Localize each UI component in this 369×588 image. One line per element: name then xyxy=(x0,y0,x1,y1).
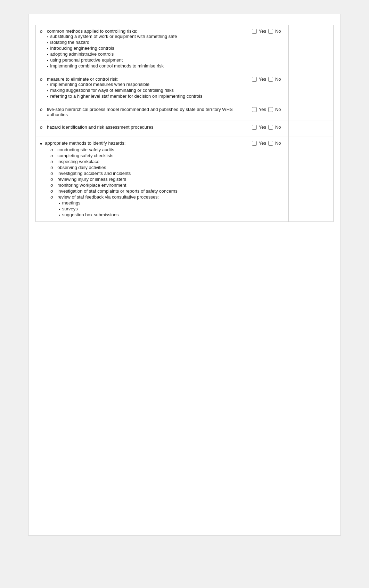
bottom-item-text-1: conducting site safety audits xyxy=(57,147,114,152)
bottom-o-6: o xyxy=(50,177,55,182)
bottom-o-9: o xyxy=(50,194,55,200)
checkbox-group-3: Yes No xyxy=(248,107,285,112)
bottom-item: o review of staf feedback via consultati… xyxy=(50,194,177,200)
list-item: using personal protective equipment xyxy=(47,57,240,63)
bottom-section: • appropriate methods to identify hazard… xyxy=(40,140,240,218)
yes-label-4: Yes xyxy=(259,124,266,130)
list-item: adopting administrative controls xyxy=(47,51,240,57)
yes-label-1: Yes xyxy=(259,29,266,34)
no-label-5: No xyxy=(275,140,281,146)
bottom-item: o reviewing injury or illness registers xyxy=(50,177,177,182)
checkbox-cell-2: Yes No xyxy=(244,73,289,103)
bottom-item-text-4: observing daily activities xyxy=(57,165,106,170)
content-cell-5: • appropriate methods to identify hazard… xyxy=(36,137,244,222)
no-checkbox-1[interactable] xyxy=(268,29,273,34)
bottom-item: o completing safety checklists xyxy=(50,153,177,158)
checkbox-group-1: Yes No xyxy=(248,29,285,34)
main-text-3: five-step hierarchical process model rec… xyxy=(47,107,233,117)
bottom-item: o monitoring workplace environment xyxy=(50,183,177,188)
checkbox-group-5: Yes No xyxy=(248,140,285,146)
bottom-o-4: o xyxy=(50,165,55,170)
no-label-3: No xyxy=(275,107,281,112)
checkbox-group-2: Yes No xyxy=(248,76,285,82)
empty-cell-2 xyxy=(289,73,334,103)
bottom-o-7: o xyxy=(50,183,55,188)
sub-item: suggestion box submissions xyxy=(59,212,177,217)
checkbox-cell-4: Yes No xyxy=(244,121,289,137)
row-content-4: o hazard identification and risk assessm… xyxy=(40,124,240,130)
yes-label-3: Yes xyxy=(259,107,266,112)
bottom-content: appropriate methods to identify hazards:… xyxy=(45,140,177,218)
bottom-item-text-5: investigating accidents and incidents xyxy=(57,171,131,176)
checkbox-group-4: Yes No xyxy=(248,124,285,130)
o-marker-3: o xyxy=(40,107,44,112)
content-cell-4: o hazard identification and risk assessm… xyxy=(36,121,244,137)
bottom-items-container: o conducting site safety audits o comple… xyxy=(45,147,177,217)
no-label-4: No xyxy=(275,124,281,130)
empty-cell-5 xyxy=(289,137,334,222)
yes-checkbox-1[interactable] xyxy=(252,29,257,34)
table-row: o common methods applied to controlling … xyxy=(36,25,334,73)
list-item: implementing combined control methods to… xyxy=(47,63,240,69)
yes-checkbox-4[interactable] xyxy=(252,125,257,130)
sub-bullet-list: meetings surveys suggestion box submissi… xyxy=(59,200,177,217)
content-cell-1: o common methods applied to controlling … xyxy=(36,25,244,73)
bullet-list-2: implementing control measures when respo… xyxy=(47,82,240,99)
no-checkbox-5[interactable] xyxy=(268,141,273,146)
page: o common methods applied to controlling … xyxy=(28,14,341,535)
no-checkbox-2[interactable] xyxy=(268,77,273,82)
row-text-1: common methods applied to controlling ri… xyxy=(47,29,240,69)
bottom-item: o investigation of staf complaints or re… xyxy=(50,188,177,194)
table-row: o measure to eliminate or control risk: … xyxy=(36,73,334,103)
table-row: • appropriate methods to identify hazard… xyxy=(36,137,334,222)
bullet-list-1: substituting a system of work or equipme… xyxy=(47,34,240,69)
empty-cell-3 xyxy=(289,103,334,121)
bottom-o-2: o xyxy=(50,153,55,158)
sub-item: meetings xyxy=(59,200,177,206)
bottom-item: o conducting site safety audits xyxy=(50,147,177,152)
row-text-4: hazard identification and risk assessmen… xyxy=(47,124,240,130)
bullet-dot: • xyxy=(40,140,42,148)
main-text-2: measure to eliminate or control risk: xyxy=(47,76,118,82)
bottom-o-3: o xyxy=(50,159,55,164)
checkbox-cell-5: Yes No xyxy=(244,137,289,222)
no-label-1: No xyxy=(275,29,281,34)
no-checkbox-3[interactable] xyxy=(268,107,273,112)
row-text-3: five-step hierarchical process model rec… xyxy=(47,107,240,117)
bottom-item-text-8: investigation of staf complaints or repo… xyxy=(57,188,177,194)
bottom-item: o investigating accidents and incidents xyxy=(50,171,177,176)
sub-item: surveys xyxy=(59,206,177,211)
o-marker-1: o xyxy=(40,29,44,34)
bottom-item-text-2: completing safety checklists xyxy=(57,153,113,158)
list-item: referring to a higher level staf member … xyxy=(47,94,240,99)
main-text-1: common methods applied to controlling ri… xyxy=(47,29,137,34)
yes-checkbox-3[interactable] xyxy=(252,107,257,112)
table-row: o hazard identification and risk assessm… xyxy=(36,121,334,137)
bottom-o-5: o xyxy=(50,171,55,176)
row-content-3: o five-step hierarchical process model r… xyxy=(40,107,240,117)
list-item: isolating the hazard xyxy=(47,40,240,45)
yes-checkbox-5[interactable] xyxy=(252,141,257,146)
yes-checkbox-2[interactable] xyxy=(252,77,257,82)
list-item: making suggestions for ways of eliminati… xyxy=(47,88,240,93)
bottom-item-text-7: monitoring workplace environment xyxy=(57,183,126,188)
bottom-item: o inspecting workplace xyxy=(50,159,177,164)
table-row: o five-step hierarchical process model r… xyxy=(36,103,334,121)
list-item: introducing engineering controls xyxy=(47,46,240,51)
bottom-o-8: o xyxy=(50,188,55,194)
bottom-item-text-9: review of staf feedback via consultative… xyxy=(57,194,159,200)
o-marker-4: o xyxy=(40,124,44,130)
bottom-item-text-3: inspecting workplace xyxy=(57,159,99,164)
no-label-2: No xyxy=(275,76,281,82)
bottom-o-1: o xyxy=(50,147,55,152)
yes-label-2: Yes xyxy=(259,76,266,82)
list-item: substituting a system of work or equipme… xyxy=(47,34,240,39)
list-item: implementing control measures when respo… xyxy=(47,82,240,87)
row-text-2: measure to eliminate or control risk: im… xyxy=(47,76,240,99)
no-checkbox-4[interactable] xyxy=(268,125,273,130)
yes-label-5: Yes xyxy=(259,140,266,146)
bottom-item: o observing daily activities xyxy=(50,165,177,170)
row-content-1: o common methods applied to controlling … xyxy=(40,29,240,69)
row-content-2: o measure to eliminate or control risk: … xyxy=(40,76,240,99)
main-text-4: hazard identification and risk assessmen… xyxy=(47,124,153,130)
